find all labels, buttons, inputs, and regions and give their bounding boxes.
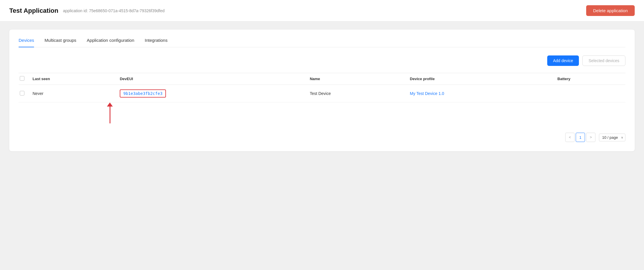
prev-page-button[interactable]: < [565, 133, 575, 142]
page-header: Test Application application id: 75e6865… [0, 0, 644, 21]
device-profile-link[interactable]: My Test Device 1.0 [410, 91, 444, 96]
col-last-seen: Last seen [29, 73, 116, 85]
row-checkbox-cell [19, 85, 29, 102]
col-deveui: DevEUI [116, 73, 306, 85]
table-header-row: Last seen DevEUI Name Device profile Bat… [19, 73, 625, 85]
tab-integrations[interactable]: Integrations [145, 38, 167, 47]
deveui-link[interactable]: 9b1e3abe3fb2cfe3 [120, 89, 166, 98]
page-size-selector[interactable]: 10 / page 20 / page 50 / page [599, 134, 625, 141]
row-device-profile: My Test Device 1.0 [406, 85, 554, 102]
row-deveui-cell: 9b1e3abe3fb2cfe3 [116, 85, 306, 102]
page-title: Test Application [9, 7, 58, 15]
page-size-selector-wrapper: 10 / page 20 / page 50 / page ∨ [597, 134, 625, 141]
col-checkbox [19, 73, 29, 85]
chevron-right-icon: > [590, 135, 592, 139]
delete-application-button[interactable]: Delete application [586, 5, 635, 16]
col-battery: Battery [554, 73, 625, 85]
annotation-arrow [107, 102, 113, 123]
chevron-left-icon: < [569, 135, 571, 139]
header-left: Test Application application id: 75e6865… [9, 7, 164, 15]
arrow-head-icon [107, 102, 113, 107]
tab-multicast-groups[interactable]: Multicast groups [44, 38, 76, 47]
tab-application-configuration[interactable]: Application configuration [87, 38, 134, 47]
tab-devices[interactable]: Devices [19, 38, 34, 47]
page-1-button[interactable]: 1 [576, 133, 585, 142]
selected-devices-button[interactable]: Selected devices [582, 55, 625, 66]
app-id: application id: 75e68650-071a-4515-8d7a-… [63, 8, 165, 13]
add-device-button[interactable]: Add device [547, 55, 579, 66]
row-battery [554, 85, 625, 102]
devices-table: Last seen DevEUI Name Device profile Bat… [19, 73, 625, 102]
col-name: Name [306, 73, 406, 85]
arrow-line [110, 107, 110, 123]
content-card: Devices Multicast groups Application con… [9, 30, 635, 151]
table-row: Never 9b1e3abe3fb2cfe3 Test Device My Te… [19, 85, 625, 102]
main-content: Devices Multicast groups Application con… [0, 21, 644, 159]
row-name: Test Device [306, 85, 406, 102]
row-checkbox[interactable] [20, 91, 24, 96]
pagination: < 1 > 10 / page 20 / page 50 / page ∨ [19, 133, 625, 142]
tab-bar: Devices Multicast groups Application con… [19, 38, 625, 47]
col-device-profile: Device profile [406, 73, 554, 85]
toolbar: Add device Selected devices [19, 55, 625, 66]
select-all-checkbox[interactable] [20, 76, 24, 81]
next-page-button[interactable]: > [586, 133, 595, 142]
annotation-container [19, 102, 625, 126]
row-last-seen: Never [29, 85, 116, 102]
